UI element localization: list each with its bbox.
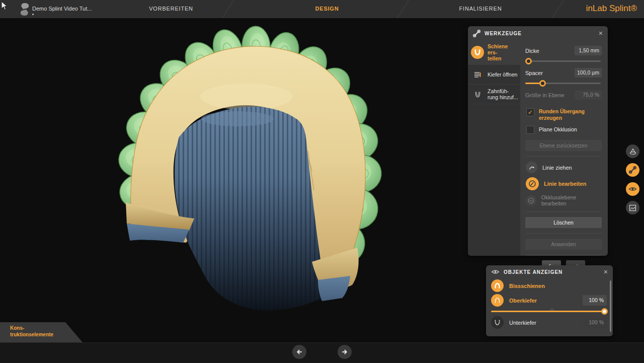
- groesse-value: 75,0 %: [575, 90, 602, 100]
- tab-finalisieren[interactable]: FINALISIEREN: [440, 6, 521, 12]
- edit-line-icon: [526, 177, 539, 190]
- tool-tab-schiene-erstellen[interactable]: Schiene ers-tellen: [468, 40, 520, 65]
- unterkiefer-opacity-value: 100 %: [583, 317, 607, 328]
- articulator-icon: [471, 68, 484, 81]
- occlusal-plane-icon: [526, 195, 536, 206]
- app-logo-icon: [19, 3, 30, 16]
- document-title[interactable]: Demo Splint Video Tut...: [32, 6, 92, 12]
- screenshot-button[interactable]: [626, 201, 639, 214]
- anwenden-button: Anwenden: [525, 239, 602, 250]
- object-row-oberkiefer[interactable]: Oberkiefer 100 %: [486, 293, 613, 308]
- tools-panel-title: WERKZEUGE: [485, 31, 522, 36]
- tool-options: Dicke 1,50 mm Spacer 100,0 µm Größe in E…: [520, 40, 608, 256]
- ebene-zuruecksetzen-button: Ebene zurücksetzen: [525, 140, 602, 151]
- object-row-unterkiefer[interactable]: Unterkiefer 100 %: [486, 315, 613, 330]
- tool-tab-zahnfuehrung[interactable]: Zahnfüh-rung hinzuf...: [468, 85, 520, 104]
- linie-bearbeiten-tool[interactable]: Linie bearbeiten: [526, 177, 602, 190]
- object-row-bissschienen[interactable]: Bissschienen: [486, 278, 613, 293]
- linie-ziehen-tool[interactable]: Linie ziehen: [526, 162, 602, 173]
- app-brand: inLab Splint®: [586, 4, 637, 14]
- image-icon: [629, 204, 636, 211]
- header-divider: [552, 0, 564, 18]
- wrench-icon: [473, 30, 480, 37]
- plane-okklusion-checkbox[interactable]: [526, 126, 534, 134]
- okklusalebene-tool: Okklusalebene bearbeiten: [526, 194, 602, 206]
- oberkiefer-opacity-slider[interactable]: [491, 311, 607, 312]
- view-options-button[interactable]: [626, 144, 639, 158]
- splint-arch-icon: [471, 46, 484, 59]
- objects-scrollbar[interactable]: [610, 280, 611, 332]
- objects-toggle-button[interactable]: [626, 182, 639, 196]
- tab-vorbereiten[interactable]: VORBEREITEN: [131, 6, 211, 12]
- mouse-cursor: [1, 1, 8, 11]
- header-divider: [222, 0, 234, 18]
- oberkiefer-slider-knob[interactable]: [601, 308, 608, 315]
- top-bar: Demo Splint Video Tut... VORBEREITEN DES…: [0, 0, 644, 19]
- nav-forward-button[interactable]: [338, 345, 352, 359]
- construction-tab-label: Kons-: [10, 325, 24, 331]
- runden-uebergang-checkbox[interactable]: ✓: [526, 108, 534, 116]
- tool-tab-kiefer-oeffnen[interactable]: Kiefer öffnen: [468, 65, 520, 85]
- dicke-value[interactable]: 1,50 mm: [575, 46, 602, 55]
- header-divider: [397, 0, 409, 18]
- tools-close-button[interactable]: ×: [599, 30, 603, 37]
- splint-arch-icon[interactable]: [491, 279, 504, 292]
- draw-line-icon: [526, 162, 537, 173]
- tool-tab-list: Schiene ers-tellen Kiefer öffnen: [468, 40, 520, 256]
- lower-jaw-icon[interactable]: [491, 316, 504, 329]
- dental-model: [0, 18, 473, 342]
- oberkiefer-opacity-value[interactable]: 100 %: [583, 295, 607, 306]
- objects-close-button[interactable]: ×: [604, 268, 608, 275]
- loeschen-button[interactable]: Löschen: [525, 217, 602, 228]
- spacer-value[interactable]: 100,0 µm: [575, 68, 602, 78]
- spacer-slider[interactable]: [525, 83, 601, 84]
- document-status-dot: [32, 14, 34, 15]
- wrench-icon: [629, 166, 636, 174]
- spacer-slider-knob[interactable]: [539, 80, 546, 87]
- dicke-slider[interactable]: [525, 60, 601, 62]
- arrow-right-icon: [341, 349, 348, 355]
- objects-panel: OBJEKTE ANZEIGEN × Bissschienen Oberkief…: [486, 265, 613, 336]
- tools-panel: WERKZEUGE × Schiene ers-tellen Kiefer öf…: [468, 26, 608, 256]
- upper-jaw-icon[interactable]: [491, 294, 504, 307]
- arch-outline-icon: [471, 88, 484, 101]
- eye-icon: [491, 269, 500, 275]
- dicke-slider-knob[interactable]: [525, 58, 532, 64]
- eye-icon: [628, 186, 637, 192]
- objects-panel-title: OBJEKTE ANZEIGEN: [504, 269, 562, 275]
- bottom-bar: [0, 342, 644, 363]
- arrow-left-icon: [296, 349, 303, 355]
- 3d-view-icon: [629, 148, 637, 156]
- tools-panel-header: WERKZEUGE ×: [468, 26, 608, 40]
- nav-back-button[interactable]: [292, 345, 306, 359]
- model-inner-cut: [175, 107, 326, 311]
- tab-design[interactable]: DESIGN: [287, 6, 367, 12]
- objects-panel-header: OBJEKTE ANZEIGEN ×: [486, 265, 613, 278]
- groesse-label: Größe in Ebene: [525, 92, 565, 98]
- tools-toggle-button[interactable]: [626, 163, 639, 177]
- spacer-label: Spacer: [525, 70, 543, 76]
- dicke-label: Dicke: [525, 48, 539, 54]
